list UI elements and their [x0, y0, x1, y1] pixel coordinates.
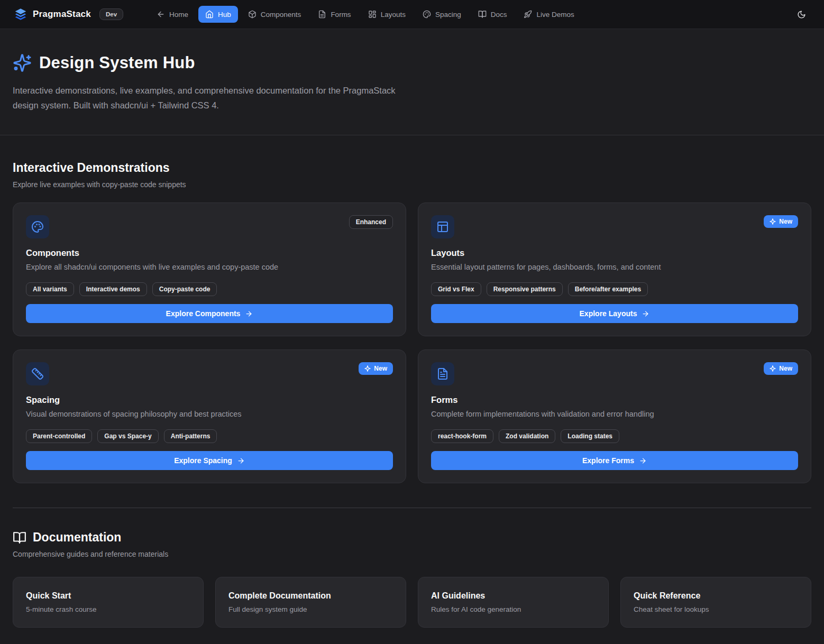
arrow-right-icon — [642, 310, 649, 318]
explore-layouts-button[interactable]: Explore Layouts — [431, 304, 798, 323]
nav-item-docs[interactable]: Docs — [471, 6, 514, 23]
ruler-icon — [26, 362, 49, 385]
card-title: Layouts — [431, 248, 798, 258]
doc-card-ai-guidelines[interactable]: AI Guidelines Rules for AI code generati… — [418, 577, 609, 628]
palette-icon — [26, 215, 49, 238]
card-description: Visual demonstrations of spacing philoso… — [26, 410, 393, 418]
brand[interactable]: PragmaStack Dev — [14, 7, 123, 21]
home-icon — [205, 10, 214, 19]
doc-card-complete-documentation[interactable]: Complete Documentation Full design syste… — [215, 577, 406, 628]
docs-section-heading: Documentation — [33, 530, 121, 545]
palette-icon — [423, 10, 431, 19]
page-title: Design System Hub — [39, 53, 195, 72]
docs-section-subheading: Comprehensive guides and reference mater… — [13, 550, 811, 558]
primary-nav: Home Hub Components — [150, 6, 581, 23]
nav-item-layouts[interactable]: Layouts — [361, 6, 413, 23]
tag: Copy-paste code — [152, 282, 217, 296]
tag-row: All variants Interactive demos Copy-past… — [26, 282, 393, 296]
doc-card-quick-reference[interactable]: Quick Reference Cheat sheet for lookups — [620, 577, 811, 628]
layout-dashboard-icon — [368, 10, 377, 19]
demo-card-spacing[interactable]: New Spacing Visual demonstrations of spa… — [13, 349, 406, 483]
env-badge: Dev — [99, 8, 123, 20]
theme-toggle-button[interactable] — [793, 6, 810, 23]
doc-card-subtitle: Full design system guide — [228, 605, 393, 613]
package-icon — [248, 10, 257, 19]
nav-item-home[interactable]: Home — [150, 6, 195, 23]
nav-item-spacing[interactable]: Spacing — [416, 6, 468, 23]
doc-card-title: Complete Documentation — [228, 591, 393, 601]
file-text-icon — [431, 362, 454, 385]
demo-card-forms[interactable]: New Forms Complete form implementations … — [418, 349, 811, 483]
doc-card-title: Quick Start — [26, 591, 190, 601]
doc-card-title: AI Guidelines — [431, 591, 596, 601]
sparkles-icon — [770, 365, 776, 372]
demo-card-grid: Enhanced Components Explore all shadcn/u… — [13, 203, 811, 483]
tag: Interactive demos — [79, 282, 147, 296]
tag-row: Parent-controlled Gap vs Space-y Anti-pa… — [26, 429, 393, 443]
doc-card-title: Quick Reference — [634, 591, 798, 601]
explore-spacing-button[interactable]: Explore Spacing — [26, 451, 393, 470]
tag: Grid vs Flex — [431, 282, 481, 296]
card-title: Spacing — [26, 395, 393, 405]
tag: Before/after examples — [568, 282, 648, 296]
arrow-right-icon — [237, 457, 245, 465]
demos-section-heading: Interactive Demonstrations — [13, 161, 811, 175]
panel-top-icon — [431, 215, 454, 238]
sparkles-icon — [13, 53, 32, 72]
tag: Responsive patterns — [487, 282, 563, 296]
enhanced-badge: Enhanced — [349, 215, 393, 229]
arrow-right-icon — [639, 457, 647, 465]
nav-item-forms[interactable]: Forms — [311, 6, 358, 23]
tag: Zod validation — [499, 429, 555, 443]
tag: Loading states — [561, 429, 619, 443]
tag: Parent-controlled — [26, 429, 92, 443]
card-title: Forms — [431, 395, 798, 405]
nav-item-live-demos[interactable]: Live Demos — [517, 6, 581, 23]
sparkles-icon — [770, 218, 776, 225]
card-description: Explore all shadcn/ui components with li… — [26, 263, 393, 271]
doc-card-quick-start[interactable]: Quick Start 5-minute crash course — [13, 577, 204, 628]
arrow-left-icon — [157, 10, 165, 19]
rocket-icon — [524, 10, 532, 19]
book-open-icon — [13, 531, 26, 545]
new-badge: New — [764, 362, 798, 375]
new-badge: New — [764, 215, 798, 228]
hero-section: Design System Hub Interactive demonstrat… — [0, 29, 824, 135]
new-badge: New — [359, 362, 393, 375]
explore-forms-button[interactable]: Explore Forms — [431, 451, 798, 470]
card-title: Components — [26, 248, 393, 258]
doc-card-subtitle: Rules for AI code generation — [431, 605, 596, 613]
demos-section-subheading: Explore live examples with copy-paste co… — [13, 180, 811, 189]
main-content: Interactive Demonstrations Explore live … — [0, 161, 824, 628]
moon-icon — [797, 10, 806, 19]
explore-components-button[interactable]: Explore Components — [26, 304, 393, 323]
brand-name: PragmaStack — [33, 9, 91, 20]
card-description: Essential layout patterns for pages, das… — [431, 263, 798, 271]
doc-card-subtitle: 5-minute crash course — [26, 605, 190, 613]
tag-row: react-hook-form Zod validation Loading s… — [431, 429, 798, 443]
doc-card-subtitle: Cheat sheet for lookups — [634, 605, 798, 613]
arrow-right-icon — [245, 310, 253, 318]
demo-card-layouts[interactable]: New Layouts Essential layout patterns fo… — [418, 203, 811, 336]
docs-card-grid: Quick Start 5-minute crash course Comple… — [13, 577, 811, 628]
tag-row: Grid vs Flex Responsive patterns Before/… — [431, 282, 798, 296]
nav-item-hub[interactable]: Hub — [198, 6, 238, 23]
tag: Anti-patterns — [164, 429, 217, 443]
sparkles-icon — [364, 365, 371, 372]
section-divider — [13, 508, 811, 508]
nav-item-components[interactable]: Components — [241, 6, 308, 23]
top-navigation-bar: PragmaStack Dev Home Hub — [0, 0, 824, 29]
layers-icon — [14, 7, 28, 21]
tag: react-hook-form — [431, 429, 493, 443]
file-text-icon — [318, 10, 326, 19]
book-open-icon — [478, 10, 487, 19]
tag: Gap vs Space-y — [97, 429, 158, 443]
demo-card-components[interactable]: Enhanced Components Explore all shadcn/u… — [13, 203, 406, 336]
page-subtitle: Interactive demonstrations, live example… — [13, 83, 415, 113]
tag: All variants — [26, 282, 74, 296]
card-description: Complete form implementations with valid… — [431, 410, 798, 418]
